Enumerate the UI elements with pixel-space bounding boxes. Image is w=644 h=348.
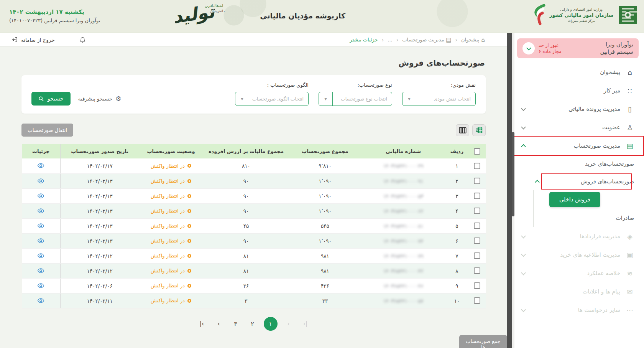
breadcrumb-separator-icon: ‹ <box>455 37 457 43</box>
table-row: ۶ ۱۴۰۳۶۵۴۴۱۰۰۰۰۷۴ ۱٬۰۹۰ ۹۰ در انتظار واک… <box>22 233 486 248</box>
sidebar-item-label: میز کار <box>604 87 620 94</box>
sidebar-item-membership[interactable]: ♙عضویت <box>512 118 644 137</box>
sidebar-item-domestic-sales[interactable]: فروش داخلی <box>533 190 644 209</box>
sidebar-item-invoice-management[interactable]: ▤مدیریت صورتحساب <box>512 137 644 155</box>
status-label: در انتظار واکنش <box>151 283 185 289</box>
person-icon: ♙ <box>626 124 634 132</box>
sidebar-item-workspace[interactable]: ∷میز کار <box>512 81 644 100</box>
sidebar-item-messages: ✉پیام ها و اعلانات <box>512 282 644 301</box>
contract-icon: ◈ <box>626 233 634 241</box>
pagination-page-۲[interactable]: ۲ <box>247 318 258 330</box>
row-checkbox[interactable] <box>474 297 480 304</box>
columns-view-button[interactable] <box>456 124 469 136</box>
tax-id-redacted: ۱۴۰۳۶۵۴۴۱۰۰۰۰۷۹ <box>383 253 424 259</box>
sidebar-item-label: صادرات <box>616 215 634 221</box>
status-dot-icon <box>187 254 191 258</box>
sidebar-item-dashboard[interactable]: ⌂پیشخوان <box>512 63 644 81</box>
row-checkbox[interactable] <box>474 237 480 244</box>
sum-invoices-button-clipped[interactable]: جمع صورتحساب ها <box>459 335 507 348</box>
pagination-prev-button[interactable]: ‹ <box>213 318 225 330</box>
notifications-bell-button[interactable] <box>79 36 86 43</box>
breadcrumb-item-invoice-management[interactable]: ▤مدیریت صورتحساب <box>402 36 451 43</box>
filter-select[interactable]: انتخاب نقش مودی ▾ <box>402 92 476 106</box>
invoice-total: ۹٬۸۱۰ <box>289 158 361 173</box>
table-row: ۱ ۱۴۰۳۶۵۴۴۱۰۰۰۰۴۹ ۹٬۸۱۰ ۸۱۰ در انتظار وا… <box>22 158 486 173</box>
row-index: ۹ <box>446 278 468 293</box>
user-card-expand-button[interactable] <box>522 42 535 54</box>
search-button[interactable]: جستجو <box>31 92 71 106</box>
pagination-first-button[interactable]: |‹ <box>196 318 208 330</box>
details-eye-button[interactable] <box>36 162 45 169</box>
tax-id-redacted: ۱۴۰۳۶۵۴۴۱۰۰۰۰۴۶ <box>383 283 424 289</box>
breadcrumb-item-more[interactable]: ... <box>388 37 392 43</box>
select-all-checkbox[interactable] <box>474 148 480 155</box>
desk-icon: ∷ <box>626 87 634 95</box>
column-header: شماره مالیاتی <box>361 144 446 158</box>
transfer-invoice-button[interactable]: انتقال صورتحساب <box>21 124 73 137</box>
details-eye-button[interactable] <box>36 237 45 244</box>
details-eye-button[interactable] <box>36 222 45 229</box>
pagination-page-۱[interactable]: ۱ <box>264 317 278 331</box>
filter-select[interactable]: انتخاب نوع صورتحساب ▾ <box>319 92 392 106</box>
status-dot-icon <box>187 239 191 243</box>
home-icon: ⌂ <box>481 36 485 43</box>
row-checkbox[interactable] <box>474 223 480 229</box>
content-scrollbar-strip[interactable] <box>507 33 512 348</box>
sidebar-scrollbar-thumb[interactable] <box>512 132 514 216</box>
bell-icon <box>79 36 86 43</box>
table-row: ۹ ۱۴۰۳۶۵۴۴۱۰۰۰۰۴۶ ۴۳۶ ۳۶ در انتظار واکنش… <box>22 278 486 293</box>
toolbar-left-cluster: خروج از سامانه <box>12 36 86 43</box>
sidebar-button-domestic-sales[interactable]: فروش داخلی <box>549 192 600 207</box>
row-checkbox[interactable] <box>474 193 480 199</box>
filter-select[interactable]: انتخاب الگوی صورتحساب ▾ <box>235 92 309 106</box>
status-label: در انتظار واکنش <box>151 268 185 274</box>
row-checkbox[interactable] <box>474 178 480 184</box>
breadcrumb-item-more-details[interactable]: جزئیات بیشتر <box>350 37 378 43</box>
status-label: در انتظار واکنش <box>151 193 185 199</box>
sidebar-item-tax-file-management[interactable]: ▯مدیریت پرونده مالیاتی <box>512 100 644 118</box>
details-eye-button[interactable] <box>36 267 45 274</box>
row-checkbox[interactable] <box>474 252 480 259</box>
logout-button[interactable]: خروج از سامانه <box>12 36 55 43</box>
advanced-search-button[interactable]: ⚙ جستجو پیشرفته <box>78 95 122 102</box>
issue-date: ۱۴۰۲/۰۲/۰۶ <box>60 278 139 293</box>
eye-icon <box>37 193 44 199</box>
org-line-3: مرکز تنظیم مقررات <box>549 19 613 23</box>
header-checkbox-cell <box>468 144 486 158</box>
invoice-total: ۱٬۰۹۰ <box>289 233 361 248</box>
top-banner: یکشنبه ۱۷ اردیبهشت ۱۴۰۲ نوآوران ویرا سیس… <box>0 0 644 33</box>
sidebar-item-sales-invoices[interactable]: صورتحساب‌های فروش <box>512 173 644 190</box>
details-eye-button[interactable] <box>36 192 45 200</box>
vat-total: ۴۵ <box>203 218 289 233</box>
details-eye-button[interactable] <box>36 177 45 185</box>
row-checkbox[interactable] <box>474 282 480 289</box>
user-name: نوآوران ویرا سیستم فرابین <box>600 41 633 56</box>
row-checkbox[interactable] <box>474 163 480 169</box>
column-header: جزئیات <box>22 144 60 158</box>
column-header: مجموع صورتحساب <box>289 144 361 158</box>
excel-export-button[interactable] <box>472 124 486 136</box>
row-checkbox[interactable] <box>474 208 480 214</box>
sidebar-item-exports[interactable]: صادرات <box>533 209 644 227</box>
row-checkbox[interactable] <box>474 267 480 274</box>
status-dot-icon <box>187 164 191 168</box>
sidebar-scrollbar[interactable] <box>512 33 514 348</box>
table-row: ۲ ۱۴۰۳۶۵۴۴۱۰۰۰۰۹۱ ۱٬۰۹۰ ۹۰ در انتظار واک… <box>22 173 486 188</box>
filter-group: نوع صورتحساب: انتخاب نوع صورتحساب ▾ <box>319 82 392 106</box>
details-eye-button[interactable] <box>36 297 45 304</box>
eye-icon <box>37 268 44 274</box>
table-row: ۳ ۱۴۰۳۶۵۴۴۱۰۰۰۰۵۳ ۱٬۰۹۰ ۹۰ در انتظار واک… <box>22 188 486 203</box>
details-eye-button[interactable] <box>36 207 45 214</box>
logout-icon <box>12 36 18 43</box>
breadcrumb-item-dashboard[interactable]: ⌂پیشخوان <box>461 36 485 43</box>
sidebar-item-label: صورتحساب‌های فروش <box>581 178 634 185</box>
details-eye-button[interactable] <box>36 252 45 259</box>
advanced-search-label: جستجو پیشرفته <box>78 96 113 102</box>
sidebar-item-label: صورتحساب‌های خرید <box>585 161 634 167</box>
sidebar-item-purchase-invoices[interactable]: صورتحساب‌های خرید <box>512 155 644 173</box>
details-eye-button[interactable] <box>36 282 45 289</box>
tax-org-logo: وزارت امور اقتصادی و دارایی سازمان امور … <box>531 3 639 27</box>
status-label: در انتظار واکنش <box>151 178 185 184</box>
search-cluster: ⚙ جستجو پیشرفته جستجو <box>31 92 121 106</box>
pagination-page-۳[interactable]: ۳ <box>230 318 242 330</box>
